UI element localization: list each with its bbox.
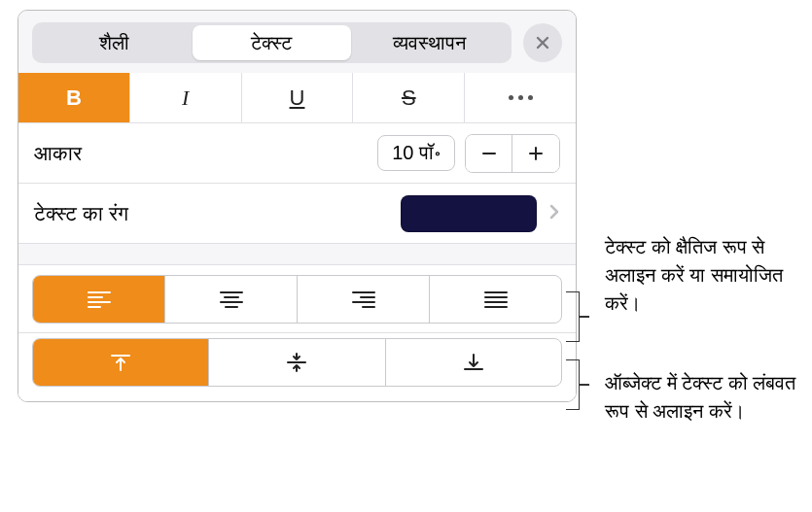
- align-justify-icon: [483, 289, 509, 310]
- callout-bracket-2: [566, 359, 580, 410]
- align-center-button[interactable]: [165, 276, 298, 323]
- callout-horizontal-align: टेक्स्ट को क्षैतिज रूप से अलाइन करें या …: [605, 233, 809, 318]
- minus-icon: [480, 145, 498, 162]
- size-decrease-button[interactable]: [466, 135, 512, 172]
- size-controls: 10 पॉ॰: [377, 134, 560, 173]
- vertical-align-group: [32, 338, 562, 387]
- font-style-row: B I U S: [18, 73, 576, 123]
- close-icon: [535, 35, 550, 51]
- align-right-button[interactable]: [298, 276, 430, 323]
- callout-tick-1: [580, 316, 589, 318]
- font-size-row: आकार 10 पॉ॰: [18, 123, 576, 184]
- tab-segmented-control: शैली टेक्स्ट व्यवस्थापन: [32, 22, 512, 63]
- size-stepper: [465, 134, 560, 173]
- bold-button[interactable]: B: [18, 73, 130, 122]
- panel-header: शैली टेक्स्ट व्यवस्थापन: [18, 11, 576, 73]
- tab-text[interactable]: टेक्स्ट: [193, 25, 350, 60]
- format-inspector-panel: शैली टेक्स्ट व्यवस्थापन B I U S आकार 10 …: [18, 10, 577, 402]
- horizontal-align-group: [32, 275, 562, 324]
- panel-body: B I U S आकार 10 पॉ॰: [18, 73, 576, 401]
- chevron-right-icon: [548, 202, 560, 225]
- callout-vertical-align: ऑब्जेक्ट में टेक्स्ट को लंबवत रूप से अला…: [605, 369, 812, 426]
- size-increase-button[interactable]: [512, 135, 559, 172]
- valign-bottom-icon: [461, 352, 486, 373]
- size-value-field[interactable]: 10 पॉ॰: [377, 135, 455, 171]
- align-left-button[interactable]: [33, 276, 165, 323]
- text-color-swatch[interactable]: [401, 195, 537, 232]
- align-right-icon: [351, 289, 376, 310]
- strikethrough-button[interactable]: S: [353, 73, 465, 122]
- more-options-button[interactable]: [465, 73, 576, 122]
- valign-top-icon: [108, 352, 133, 373]
- close-button[interactable]: [523, 23, 562, 62]
- align-center-icon: [219, 289, 244, 310]
- underline-button[interactable]: U: [242, 73, 354, 122]
- tab-arrange[interactable]: व्यवस्थापन: [351, 25, 509, 60]
- vertical-align-row: [18, 333, 576, 401]
- valign-middle-icon: [284, 352, 309, 373]
- valign-middle-button[interactable]: [209, 339, 385, 386]
- callout-bracket-1: [566, 291, 580, 342]
- horizontal-align-row: [18, 265, 576, 333]
- text-color-row[interactable]: टेक्स्ट का रंग: [18, 184, 576, 244]
- ellipsis-icon: [509, 95, 533, 100]
- size-label: आकार: [34, 142, 377, 165]
- valign-top-button[interactable]: [33, 339, 209, 386]
- plus-icon: [527, 145, 545, 162]
- align-justify-button[interactable]: [430, 276, 561, 323]
- align-left-icon: [87, 289, 112, 310]
- valign-bottom-button[interactable]: [386, 339, 561, 386]
- text-color-label: टेक्स्ट का रंग: [34, 202, 401, 225]
- callouts-region: टेक्स्ट को क्षैतिज रूप से अलाइन करें या …: [583, 0, 807, 512]
- callout-tick-2: [580, 384, 589, 386]
- tab-style[interactable]: शैली: [35, 25, 193, 60]
- section-gap: [18, 244, 576, 265]
- italic-button[interactable]: I: [130, 73, 242, 122]
